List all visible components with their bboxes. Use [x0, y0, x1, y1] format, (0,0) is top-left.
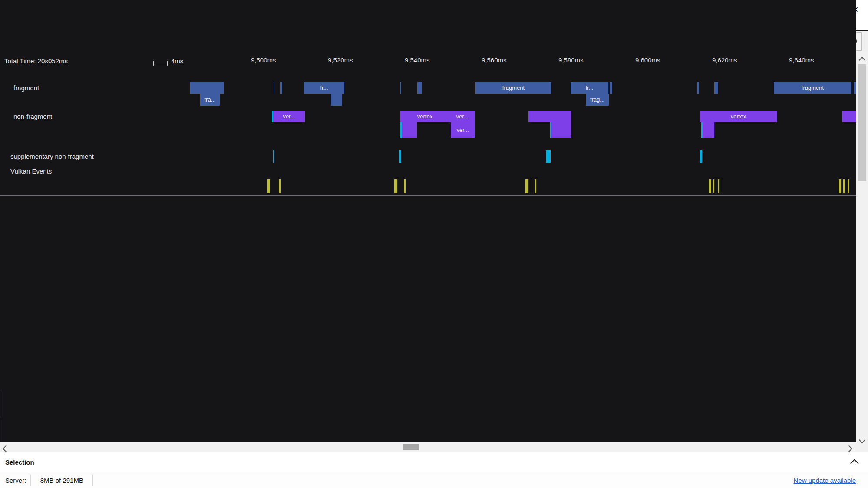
trace-bar[interactable]: ver...	[451, 122, 475, 138]
trace-bar[interactable]	[551, 122, 571, 138]
trace-bar[interactable]	[331, 94, 342, 106]
trace-bar[interactable]: vertex	[400, 111, 450, 122]
scroll-down-arrow-icon[interactable]	[860, 436, 865, 444]
ruler-tick-label: 9,600ms	[635, 56, 660, 64]
trace-bar[interactable]	[697, 82, 699, 94]
trace-bar[interactable]	[528, 111, 571, 122]
gridline-major	[0, 390, 0, 418]
track-label-fragment: fragment	[13, 84, 39, 92]
trace-bar[interactable]	[714, 82, 718, 94]
trace-bar[interactable]	[402, 122, 417, 138]
selection-panel-header: Selection	[0, 452, 868, 472]
track-label-supplementary-non-fragment: supplementary non-fragment	[10, 153, 94, 160]
ruler-tick-label: 9,640ms	[789, 56, 814, 64]
trace-bar[interactable]	[839, 179, 841, 193]
trace-bar[interactable]	[848, 179, 849, 193]
trace-bar[interactable]	[703, 122, 714, 138]
trace-bar[interactable]	[718, 179, 719, 193]
server-label: Server:	[5, 477, 26, 484]
trace-bar[interactable]: frag...	[586, 94, 609, 106]
trace-bar[interactable]	[842, 111, 856, 122]
ruler-tick-label: 9,500ms	[251, 56, 276, 64]
vertical-scrollbar[interactable]	[856, 52, 868, 452]
trace-bar[interactable]	[274, 82, 274, 94]
timeline-splitter[interactable]	[0, 195, 856, 196]
trace-bar[interactable]	[525, 179, 528, 193]
trace-bar[interactable]	[400, 82, 401, 94]
selection-panel-title: Selection	[5, 459, 34, 466]
trace-bar[interactable]: fra...	[200, 94, 220, 106]
collapse-chevron-icon[interactable]	[850, 459, 859, 468]
total-time-label: Total Time: 20s052ms	[4, 57, 68, 65]
update-available-link[interactable]: New update available	[794, 477, 856, 484]
trace-bar[interactable]: fragment	[774, 82, 851, 94]
trace-bar[interactable]	[843, 179, 845, 193]
scale-value-label: 4ms	[171, 57, 183, 65]
status-separator	[92, 475, 93, 486]
horizontal-scrollbar-thumb[interactable]	[403, 444, 419, 450]
trace-bar[interactable]	[280, 82, 282, 94]
trace-bar[interactable]	[190, 82, 224, 94]
trace-bar[interactable]: fr...	[571, 82, 608, 94]
trace-bar[interactable]	[535, 179, 536, 193]
vertical-scrollbar-thumb[interactable]	[858, 64, 866, 181]
app-window: Android GPU Inspector - fortnite.perfett…	[0, 0, 868, 488]
trace-bar[interactable]: ver...	[450, 111, 475, 122]
ruler-tick-label: 9,580ms	[558, 56, 584, 64]
trace-bar[interactable]	[610, 82, 612, 94]
ruler-tick-label: 9,620ms	[712, 56, 737, 64]
trace-bar[interactable]: fr...	[304, 82, 344, 94]
ruler-tick-label: 9,520ms	[328, 56, 353, 64]
ruler-tick-label: 9,540ms	[405, 56, 430, 64]
trace-bar[interactable]	[546, 150, 551, 163]
trace-bar[interactable]	[709, 179, 711, 193]
trace-bar[interactable]: vertex	[700, 111, 777, 122]
scale-bracket-icon	[153, 61, 168, 66]
trace-bar[interactable]	[279, 179, 281, 193]
trace-bar[interactable]	[417, 82, 422, 94]
trace-bar[interactable]: fragment	[475, 82, 551, 94]
trace-bar[interactable]	[394, 179, 397, 193]
trace-bar[interactable]	[273, 150, 274, 163]
trace-bar[interactable]	[700, 150, 702, 163]
status-bar: Server: 8MB of 291MB New update availabl…	[0, 472, 868, 488]
ruler-tick-label: 9,560ms	[482, 56, 507, 64]
track-label-Vulkan-Events: Vulkan Events	[10, 167, 52, 175]
scroll-up-arrow-icon[interactable]	[860, 56, 865, 64]
trace-bar[interactable]	[713, 179, 714, 193]
horizontal-scrollbar[interactable]	[0, 442, 856, 452]
trace-bar[interactable]	[267, 179, 270, 193]
track-label-non-fragment: non-fragment	[13, 113, 52, 120]
trace-bar[interactable]	[404, 179, 406, 193]
timeline-panel: 9,500ms9,520ms9,540ms9,560ms9,580ms9,600…	[0, 0, 868, 488]
trace-bar[interactable]	[399, 150, 401, 163]
server-memory-value: 8MB of 291MB	[31, 477, 92, 484]
trace-bar[interactable]: ver...	[273, 111, 305, 122]
